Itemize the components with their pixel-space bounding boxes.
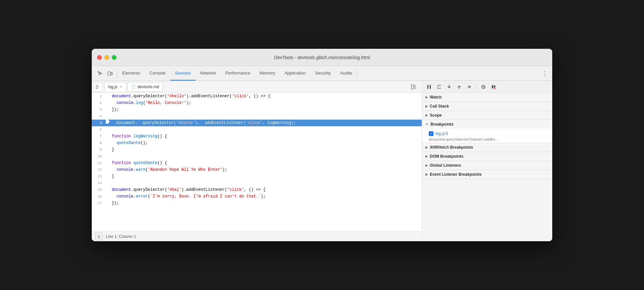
code-line-3: 3 }); — [92, 106, 422, 113]
tab-console[interactable]: Console — [145, 66, 170, 81]
breakpoints-label: Breakpoints — [430, 122, 453, 127]
file-icon: 📄 — [131, 85, 136, 89]
step-out-button[interactable] — [455, 83, 463, 91]
scope-header[interactable]: ▶ Scope — [422, 111, 552, 120]
code-area: 1 document.querySelector('#hello').addEv… — [92, 93, 422, 231]
step-into-button[interactable] — [445, 83, 453, 91]
code-line-15: 15 document.querySelector('#hal').addEve… — [92, 186, 422, 193]
code-line-1: 1 document.querySelector('#hello').addEv… — [92, 93, 422, 100]
tab-performance[interactable]: Performance — [221, 66, 255, 81]
tab-network[interactable]: Network — [196, 66, 221, 81]
svg-line-19 — [482, 86, 485, 88]
step-button[interactable] — [465, 83, 473, 91]
breakpoint-item[interactable]: log.js:5 — [422, 130, 552, 137]
debug-toolbar — [422, 81, 552, 93]
svg-rect-12 — [427, 85, 428, 89]
cursor-position: Line 1, Column 1 — [106, 234, 136, 239]
close-log-js-icon[interactable]: ✕ — [120, 85, 122, 89]
dom-breakpoints-header[interactable]: ▶ DOM Breakpoints — [422, 152, 552, 161]
debugger-panel: ▶ Watch ▶ Call Stack ▶ Scope — [422, 81, 552, 241]
breakpoint-code: document.querySelector('#dante').addEv… — [422, 137, 552, 141]
dom-breakpoints-section: ▶ DOM Breakpoints — [422, 152, 552, 161]
close-button[interactable] — [97, 55, 102, 60]
tab-icon-group — [93, 66, 117, 81]
tab-sources[interactable]: Sources — [170, 66, 196, 81]
svg-rect-4 — [411, 85, 413, 89]
code-line-14: 14 — [92, 180, 422, 186]
dom-breakpoints-chevron: ▶ — [425, 155, 428, 158]
tab-application[interactable]: Application — [280, 66, 311, 81]
code-line-17: 17 }); — [92, 200, 422, 206]
xhr-label: XHR/fetch Breakpoints — [430, 145, 473, 150]
tab-memory[interactable]: Memory — [255, 66, 280, 81]
tabs-bar: Elements Console Sources Network Perform… — [92, 66, 552, 81]
code-line-11: 11 function quoteDante() { — [92, 160, 422, 166]
minimize-button[interactable] — [104, 55, 109, 60]
svg-marker-9 — [112, 121, 116, 125]
pause-resume-button[interactable] — [425, 83, 433, 91]
code-line-6: 6 — [92, 126, 422, 133]
tab-separator-right — [357, 69, 357, 78]
global-listeners-label: Global Listeners — [430, 163, 461, 168]
svg-rect-13 — [430, 85, 431, 89]
breakpoint-location: log.js:5 — [435, 131, 448, 136]
pretty-print-icon[interactable]: {} — [95, 233, 102, 240]
breakpoints-header[interactable]: ▼ Breakpoints — [422, 120, 552, 129]
file-tab-log-js[interactable]: log.js ✕ — [104, 82, 126, 92]
event-listener-chevron: ▶ — [425, 173, 428, 176]
watch-section: ▶ Watch — [422, 93, 552, 102]
breakpoints-section: ▼ Breakpoints log.js:5 document.querySel… — [422, 120, 552, 143]
tab-audits[interactable]: Audits — [335, 66, 357, 81]
content-area: log.js ✕ 📄 devtools.md — [92, 81, 552, 241]
more-tabs-button[interactable]: ⋮ — [538, 66, 551, 81]
svg-rect-0 — [108, 72, 111, 75]
watch-header[interactable]: ▶ Watch — [422, 93, 552, 102]
breakpoint-checkbox[interactable] — [429, 131, 433, 136]
scope-chevron: ▶ — [425, 114, 428, 117]
svg-rect-20 — [492, 85, 493, 89]
format-icon[interactable] — [410, 83, 418, 91]
event-listener-label: Event Listener Breakpoints — [430, 172, 481, 177]
code-line-12: 12 console.warn('Abandon Hope All Ye Who… — [92, 166, 422, 173]
code-line-2: 2 console.log('Hello, Console!'); — [92, 100, 422, 106]
code-line-10: 10 — [92, 153, 422, 160]
watch-chevron: ▶ — [425, 96, 428, 99]
breakpoints-body: log.js:5 document.querySelector('#dante'… — [422, 129, 552, 143]
global-listeners-chevron: ▶ — [425, 164, 428, 167]
code-line-4: 4 — [92, 113, 422, 120]
code-line-16: 16 console.error(`I'm sorry, Dave. I'm a… — [92, 193, 422, 200]
code-line-13: 13 } — [92, 173, 422, 180]
xhr-chevron: ▶ — [425, 146, 428, 149]
maximize-button[interactable] — [112, 55, 116, 60]
step-over-button[interactable] — [435, 83, 443, 91]
svg-rect-1 — [111, 72, 112, 75]
xhr-header[interactable]: ▶ XHR/fetch Breakpoints — [422, 143, 552, 152]
deactivate-breakpoints-button[interactable] — [479, 83, 488, 91]
pause-on-exceptions-button[interactable] — [489, 83, 498, 91]
expand-sources-icon[interactable] — [93, 82, 102, 92]
xhr-section: ▶ XHR/fetch Breakpoints — [422, 143, 552, 152]
device-toolbar-icon[interactable] — [106, 69, 114, 78]
svg-marker-8 — [106, 120, 110, 124]
call-stack-header[interactable]: ▶ Call Stack — [422, 102, 552, 111]
dom-breakpoints-label: DOM Breakpoints — [430, 154, 463, 159]
tab-elements[interactable]: Elements — [117, 66, 145, 81]
svg-rect-2 — [96, 85, 97, 89]
status-bar: {} Line 1, Column 1 — [92, 231, 422, 241]
tab-security[interactable]: Security — [310, 66, 335, 81]
code-line-7: 7 function logWarning() { — [92, 133, 422, 140]
devtools-window: DevTools - devtools.glitch.me/console/lo… — [92, 49, 552, 241]
event-listener-header[interactable]: ▶ Event Listener Breakpoints — [422, 170, 552, 179]
file-tab-log-js-label: log.js — [108, 85, 117, 89]
inspect-icon[interactable] — [96, 69, 104, 78]
svg-marker-11 — [201, 121, 205, 125]
scope-label: Scope — [430, 113, 442, 118]
file-tab-devtools-md[interactable]: 📄 devtools.md — [127, 82, 163, 92]
global-listeners-section: ▶ Global Listeners — [422, 161, 552, 170]
code-line-5: 5 document.querySelector('#dante').addEv… — [92, 120, 422, 126]
svg-marker-10 — [138, 121, 142, 125]
scope-section: ▶ Scope — [422, 111, 552, 120]
global-listeners-header[interactable]: ▶ Global Listeners — [422, 161, 552, 170]
file-tab-devtools-md-label: devtools.md — [137, 85, 159, 89]
call-stack-chevron: ▶ — [425, 105, 428, 108]
